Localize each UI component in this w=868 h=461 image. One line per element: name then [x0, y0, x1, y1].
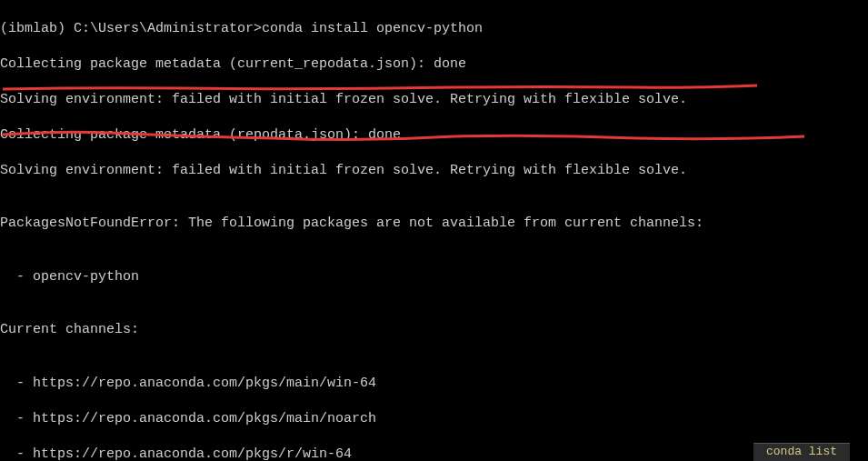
terminal-line: Current channels: [0, 321, 868, 339]
terminal-line: - https://repo.anaconda.com/pkgs/main/wi… [0, 375, 868, 393]
terminal-line: - https://repo.anaconda.com/pkgs/main/no… [0, 410, 868, 428]
terminal-line: - https://repo.anaconda.com/pkgs/r/win-6… [0, 446, 868, 462]
terminal-line: - opencv-python [0, 268, 868, 286]
taskbar-tab-label: conda list [766, 445, 837, 460]
terminal-line: (ibmlab) C:\Users\Administrator>conda in… [0, 20, 868, 38]
terminal-output: (ibmlab) C:\Users\Administrator>conda in… [0, 2, 868, 461]
terminal-line: Collecting package metadata (repodata.js… [0, 126, 868, 145]
terminal-line: PackagesNotFoundError: The following pac… [0, 215, 868, 233]
taskbar-tab[interactable]: conda list [753, 443, 850, 461]
terminal-line: Collecting package metadata (current_rep… [0, 55, 868, 74]
terminal-line: Solving environment: failed with initial… [0, 91, 868, 109]
terminal-line: Solving environment: failed with initial… [0, 162, 868, 180]
